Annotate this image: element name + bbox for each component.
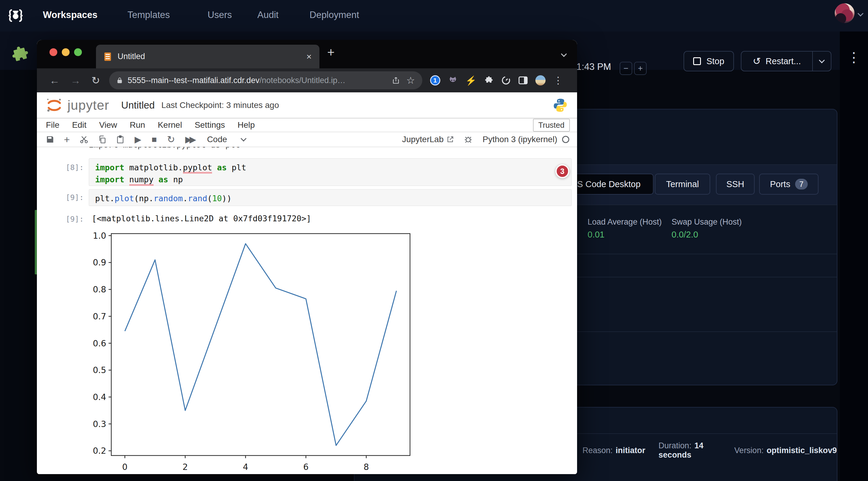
zoom-in-button[interactable]: + [634, 62, 647, 75]
stat-label: Swap Usage (Host) [672, 217, 742, 227]
menu-view[interactable]: View [99, 120, 117, 130]
notebook-title[interactable]: Untitled [121, 100, 155, 111]
puzzle-piece-icon[interactable] [11, 45, 30, 65]
reload-icon[interactable]: ↻ [91, 74, 100, 86]
nav-item-users[interactable]: Users [208, 9, 232, 21]
kernel-name[interactable]: Python 3 (ipykernel) [483, 135, 557, 144]
svg-text:8: 8 [364, 462, 369, 472]
zoom-out-button[interactable]: − [620, 62, 632, 75]
copy-icon[interactable] [98, 135, 106, 143]
run-cell-icon[interactable]: ▶ [135, 134, 141, 145]
restart-kernel-icon[interactable]: ↻ [167, 134, 175, 145]
notification-badge[interactable]: 3 [555, 164, 569, 178]
minimize-window-button[interactable] [62, 48, 70, 56]
cell-type-dropdown[interactable]: Code [207, 135, 227, 144]
restart-button[interactable]: ↺ Restart... [741, 56, 812, 67]
browser-window: Untitled × + ← → ↻ 5555--main--test--mat… [37, 40, 577, 474]
reason-value: initiator [616, 446, 646, 455]
bookmark-star-icon[interactable]: ☆ [406, 75, 415, 86]
menu-edit[interactable]: Edit [72, 120, 86, 130]
restart-icon: ↺ [753, 56, 761, 67]
user-avatar[interactable] [835, 3, 855, 23]
stat-value: 0.0/2.0 [672, 230, 742, 239]
interrupt-kernel-icon[interactable]: ■ [152, 135, 157, 145]
duration-pair: Duration:14 seconds [659, 441, 721, 460]
speed-extension-icon[interactable] [501, 75, 511, 85]
svg-text:0.9: 0.9 [93, 258, 106, 267]
stop-button[interactable]: Stop [684, 51, 734, 71]
tab-ports[interactable]: Ports 7 [759, 173, 818, 195]
save-icon[interactable] [46, 135, 54, 143]
nav-item-deployment[interactable]: Deployment [310, 9, 359, 21]
bolt-extension-icon[interactable]: ⚡ [465, 75, 476, 86]
extensions-puzzle-icon[interactable] [485, 76, 493, 85]
chevron-down-icon[interactable] [241, 135, 247, 141]
chevron-down-icon[interactable] [858, 10, 864, 17]
paste-icon[interactable] [116, 135, 124, 143]
jupyter-page: jupyter Untitled Last Checkpoint: 3 minu… [37, 92, 577, 474]
jupyter-header: jupyter Untitled Last Checkpoint: 3 minu… [37, 92, 577, 119]
output-repr-text: [<matplotlib.lines.Line2D at 0x7fd03f191… [92, 214, 311, 223]
forward-icon[interactable]: → [70, 75, 81, 86]
cell9-input[interactable]: plt.plot(np.random.rand(10)) [89, 189, 572, 206]
cut-icon[interactable] [80, 135, 89, 144]
nav-item-workspaces[interactable]: Workspaces [43, 9, 97, 21]
url-path: /notebooks/Untitled.ip… [259, 76, 345, 85]
restart-menu-button[interactable] [813, 60, 831, 62]
build-info-row: Reason:initiator Duration:14 seconds Ver… [583, 441, 837, 460]
insert-cell-icon[interactable]: + [64, 134, 70, 146]
menu-settings[interactable]: Settings [195, 120, 225, 130]
restart-split-button[interactable]: ↺ Restart... [741, 51, 831, 71]
address-bar[interactable]: 5555--main--test--matifali.atif.cdr.dev … [109, 71, 422, 89]
overflow-menu-button[interactable]: ⋮ [847, 51, 861, 64]
browser-profile-avatar[interactable] [535, 75, 546, 86]
version-pair: Version:optimistic_liskov9 [734, 446, 837, 455]
close-tab-icon[interactable]: × [306, 52, 312, 62]
stop-label: Stop [706, 56, 724, 66]
top-nav: Workspaces Templates Users Audit Deploym… [0, 0, 868, 31]
new-tab-button[interactable]: + [327, 45, 335, 60]
workspace-time: 11:43 PM [572, 62, 611, 72]
browser-menu-kebab-icon[interactable]: ⋮ [553, 75, 563, 86]
svg-text:1.0: 1.0 [93, 231, 106, 241]
clipped-code-line: import matplotlib.pyplot as plt [89, 147, 572, 150]
svg-text:4: 4 [243, 462, 248, 472]
jupyter-toolbar: + ▶ ■ ↻ ▶▶ Code JupyterLab [37, 132, 577, 147]
menu-help[interactable]: Help [238, 120, 255, 130]
debugger-bug-icon[interactable] [464, 135, 472, 143]
side-panel-icon[interactable] [519, 76, 528, 84]
menu-kernel[interactable]: Kernel [158, 120, 182, 130]
nav-item-audit[interactable]: Audit [257, 9, 279, 21]
menu-file[interactable]: File [46, 120, 59, 130]
browser-tab-active[interactable]: Untitled × [96, 45, 319, 68]
tab-search-chevron-icon[interactable] [561, 51, 567, 57]
cell8-input[interactable]: import matplotlib.pyplot as plt import n… [89, 158, 572, 186]
tab-label: Terminal [666, 179, 699, 189]
jupyter-brand: jupyter [67, 98, 109, 113]
tab-ssh[interactable]: SSH [716, 173, 755, 195]
restart-run-all-icon[interactable]: ▶▶ [185, 134, 194, 145]
trusted-button[interactable]: Trusted [533, 119, 570, 132]
tab-label: SSH [726, 179, 744, 189]
output-prompt: [9]: [66, 215, 84, 223]
reason-pair: Reason:initiator [583, 446, 646, 455]
cat-extension-icon[interactable] [448, 75, 458, 85]
maximize-window-button[interactable] [74, 48, 82, 56]
svg-text:0.4: 0.4 [93, 392, 106, 402]
menu-run[interactable]: Run [130, 120, 145, 130]
stat-label: Load Average (Host) [588, 217, 662, 227]
share-icon[interactable] [392, 76, 400, 85]
coder-logo[interactable] [7, 7, 24, 24]
close-window-button[interactable] [50, 48, 57, 56]
jupyterlab-link[interactable]: JupyterLab [402, 135, 454, 144]
page-right-gutter [840, 31, 868, 481]
browser-toolbar: ← → ↻ 5555--main--test--matifali.atif.cd… [37, 68, 577, 92]
stop-icon [693, 57, 701, 65]
screen: Workspaces Templates Users Audit Deploym… [0, 0, 868, 481]
url-host: 5555--main--test--matifali.atif.cdr.dev [128, 76, 260, 85]
tab-terminal[interactable]: Terminal [655, 173, 710, 195]
external-link-icon [446, 136, 454, 143]
onepassword-extension-icon[interactable]: 1 [430, 75, 440, 86]
nav-item-templates[interactable]: Templates [127, 9, 170, 21]
back-icon[interactable]: ← [50, 75, 60, 86]
